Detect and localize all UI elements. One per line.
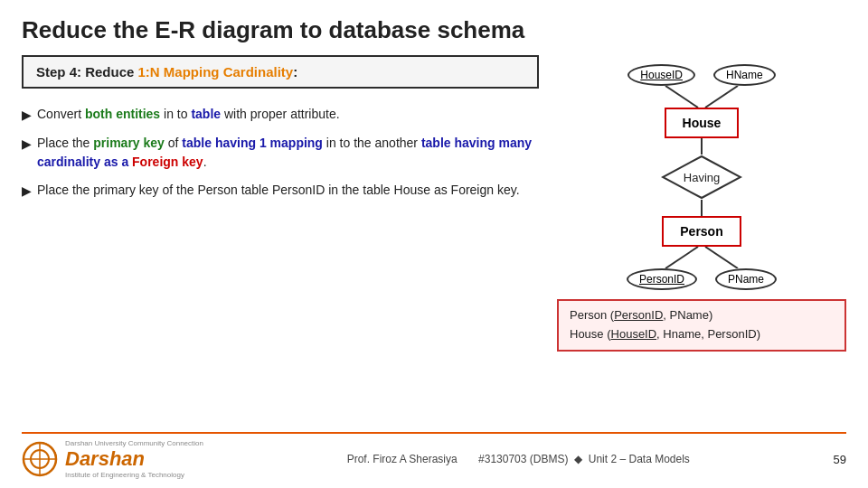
personid-attr: PersonID xyxy=(627,268,697,290)
foreign-key: Foreign key xyxy=(132,155,203,169)
step-box: Step 4: Reduce 1:N Mapping Cardinality: xyxy=(22,55,539,89)
logo-subtitle: Institute of Engineering & Technology xyxy=(65,471,203,479)
logo-text-area: Darshan University Community Connection … xyxy=(65,439,203,479)
bullet-arrow-3: ▶ xyxy=(22,182,32,201)
list-item: ▶ Place the primary key of table having … xyxy=(22,134,539,172)
summary-line2: House (HouseID, Hname, PersonID) xyxy=(570,325,834,344)
summary-line1: Person (PersonID, PName) xyxy=(570,306,834,325)
svg-line-5 xyxy=(705,247,738,268)
logo-tagline: Darshan University Community Connection xyxy=(65,439,203,447)
house-entity: House xyxy=(665,108,740,138)
bullet-arrow-1: ▶ xyxy=(22,106,32,125)
course-code: #3130703 (DBMS) xyxy=(478,453,568,465)
bullet-text-3: Place the primary key of the Person tabl… xyxy=(37,181,520,200)
footer-logo: Darshan University Community Connection … xyxy=(22,439,203,479)
left-panel: Step 4: Reduce 1:N Mapping Cardinality: … xyxy=(22,55,539,427)
logo-name: Darshan xyxy=(65,447,203,471)
house-to-having-line xyxy=(701,138,703,155)
footer-bullet: ◆ xyxy=(574,453,582,465)
main-content: Reduce the E-R diagram to database schem… xyxy=(0,0,868,488)
having-diamond-svg: Having xyxy=(661,155,742,200)
bullet-arrow-2: ▶ xyxy=(22,135,32,154)
summary-box: Person (PersonID, PName) House (HouseID,… xyxy=(557,299,846,352)
bottom-attributes-row: PersonID PName xyxy=(627,268,777,290)
er-diagram: HouseID HName House Having xyxy=(557,64,846,352)
footer-page-number: 59 xyxy=(834,453,846,466)
right-panel: HouseID HName House Having xyxy=(557,55,846,427)
hname-attr: HName xyxy=(713,64,776,86)
top-attributes-row: HouseID HName xyxy=(627,64,775,86)
footer-center: Prof. Firoz A Sherasiya #3130703 (DBMS) … xyxy=(347,453,690,465)
svg-line-1 xyxy=(705,86,738,108)
having-relationship: Having xyxy=(661,155,742,200)
pname-attr: PName xyxy=(715,268,777,290)
professor-name: Prof. Firoz A Sherasiya xyxy=(347,453,458,465)
page-title: Reduce the E-R diagram to database schem… xyxy=(22,16,846,44)
personid-underline: PersonID xyxy=(614,308,663,322)
step-label: Step 4: Reduce xyxy=(36,64,138,80)
both-entities: both entities xyxy=(85,107,160,121)
person-entity: Person xyxy=(662,216,741,247)
list-item: ▶ Place the primary key of the Person ta… xyxy=(22,181,539,201)
svg-line-0 xyxy=(665,86,698,108)
bottom-connectors xyxy=(611,247,792,268)
top-connectors xyxy=(611,86,792,108)
bullet-text-2: Place the primary key of table having 1 … xyxy=(37,134,539,172)
houseid-underline: HouseID xyxy=(611,327,657,341)
svg-line-4 xyxy=(665,247,698,268)
bullet-text-1: Convert both entities in to table with p… xyxy=(37,105,340,124)
bullet-list: ▶ Convert both entities in to table with… xyxy=(22,105,539,201)
table-keyword: table xyxy=(191,107,221,121)
step-highlight: 1:N Mapping Cardinality xyxy=(138,64,294,80)
content-area: Step 4: Reduce 1:N Mapping Cardinality: … xyxy=(22,55,846,427)
primary-key: primary key xyxy=(93,136,165,150)
unit-label: Unit 2 – Data Models xyxy=(589,453,690,465)
step-end: : xyxy=(293,64,297,80)
having-to-person-line xyxy=(701,200,703,216)
houseid-attr: HouseID xyxy=(627,64,695,86)
table-1-mapping: table having 1 mapping xyxy=(182,136,323,150)
footer: Darshan University Community Connection … xyxy=(22,432,846,479)
svg-text:Having: Having xyxy=(684,171,720,184)
darshan-logo-icon xyxy=(22,441,58,477)
list-item: ▶ Convert both entities in to table with… xyxy=(22,105,539,125)
